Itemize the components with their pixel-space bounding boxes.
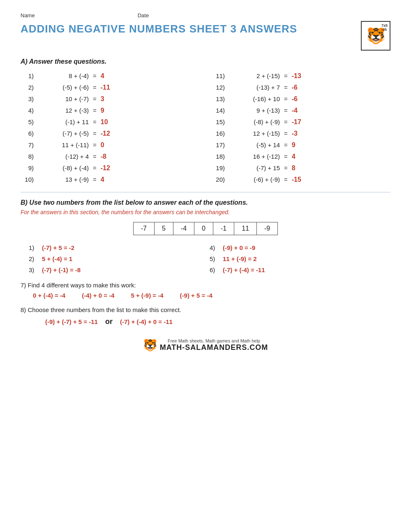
b-q-answer: (-7) + 5 = -2 (42, 244, 74, 251)
table-row: 16) 12 + (-15) = -3 (212, 129, 390, 139)
q-expression: 2 + (-15) (226, 72, 280, 79)
list-item: 6) (-7) + (-4) = -11 (210, 266, 390, 273)
section-a-label: A) Answer these questions. (21, 58, 390, 65)
list-item: 0 (194, 222, 213, 235)
b-q-number: 6) (210, 266, 219, 273)
q8-or-text: or (105, 317, 113, 326)
table-row: 14) 9 + (-13) = -4 (212, 106, 390, 116)
q-answer: -15 (292, 176, 301, 183)
q-number: 20) (212, 176, 225, 183)
list-item: 4) (-9) + 0 = -9 (210, 244, 390, 251)
number-list-table: -75-40-111-9 (133, 222, 278, 235)
q-equals: = (284, 95, 288, 102)
table-row: 19) (-7) + 15 = 8 (212, 163, 390, 173)
section-b-questions: 1) (-7) + 5 = -2 4) (-9) + 0 = -9 2) 5 +… (21, 244, 390, 273)
table-row: 13) (-16) + 10 = -6 (212, 94, 390, 104)
section-a-questions: 1) 8 + (-4) = 4 11) 2 + (-15) = -13 2) (… (21, 71, 390, 185)
q-equals: = (284, 118, 288, 125)
q7-answers: 0 + (-4) = -4(-4) + 0 = -45 + (-9) = -4(… (21, 292, 390, 299)
q-equals: = (93, 141, 97, 148)
q-number: 12) (212, 84, 225, 91)
q-expression: (-1) + 11 (35, 118, 89, 125)
b-q-number: 4) (210, 244, 219, 251)
section-8: 8) Choose three numbers from the list to… (21, 306, 390, 326)
q-equals: = (284, 84, 288, 91)
q-equals: = (284, 176, 288, 183)
q-expression: (-12) + 4 (35, 153, 89, 160)
q-expression: (-7) + 15 (226, 164, 280, 171)
q-answer: 10 (101, 118, 108, 126)
list-item: 5 + (-9) = -4 (131, 292, 163, 299)
q-answer: -11 (101, 84, 110, 91)
table-row: 5) (-1) + 11 = 10 (21, 117, 199, 127)
q-number: 11) (212, 72, 225, 79)
q-number: 4) (21, 107, 34, 114)
q-number: 6) (21, 130, 34, 137)
page-title: ADDING NEGATIVE NUMBERS SHEET 3 ANSWERS (21, 23, 297, 35)
q-equals: = (93, 153, 97, 160)
q-answer: -3 (292, 130, 298, 137)
q-equals: = (93, 164, 97, 171)
q-answer: -6 (292, 95, 298, 103)
table-row: 20) (-6) + (-9) = -15 (212, 175, 390, 185)
q-expression: 10 + (-7) (35, 95, 89, 102)
table-row: 11) 2 + (-15) = -13 (212, 71, 390, 81)
b-q-answer: (-7) + (-4) = -11 (223, 266, 265, 273)
table-row: 1) 8 + (-4) = 4 (21, 71, 199, 81)
table-row: 7) 11 + (-11) = 0 (21, 140, 199, 150)
table-row: 2) (-5) + (-6) = -11 (21, 83, 199, 93)
q-answer: -12 (101, 164, 110, 172)
q-answer: 4 (101, 72, 104, 80)
q-number: 9) (21, 164, 34, 171)
q-answer: -13 (292, 72, 301, 80)
table-row: 4) 12 + (-3) = 9 (21, 106, 199, 116)
q-equals: = (93, 72, 97, 79)
q8-answer-2: (-7) + (-4) + 0 = -11 (120, 318, 173, 325)
footer-site: MATH-SALAMANDERS.COM (160, 343, 268, 352)
list-item: 5 (154, 222, 173, 235)
q-number: 3) (21, 95, 34, 102)
list-item: 3) (-7) + (-1) = -8 (29, 266, 210, 273)
q-expression: 8 + (-4) (35, 72, 89, 79)
number-list-container: -75-40-111-9 (21, 222, 390, 235)
name-label: Name (21, 12, 35, 19)
q-answer: 9 (101, 107, 104, 114)
table-row: 12) (-13) + 7 = -6 (212, 83, 390, 93)
b-q-answer: 5 + (-4) = 1 (42, 255, 72, 262)
section-b-label: B) Use two numbers from the list below t… (21, 199, 390, 206)
list-item: 5) 11 + (-9) = 2 (210, 255, 390, 262)
table-row: 10) 13 + (-9) = 4 (21, 175, 199, 185)
table-row: 17) (-5) + 14 = 9 (212, 140, 390, 150)
q-equals: = (93, 95, 97, 102)
q-number: 13) (212, 95, 225, 102)
q-answer: -12 (101, 130, 110, 137)
q-number: 10) (21, 176, 34, 183)
b-q-answer: 11 + (-9) = 2 (223, 255, 257, 262)
q-number: 5) (21, 118, 34, 125)
q-expression: 12 + (-15) (226, 130, 280, 137)
list-item: (-9) + 5 = -4 (180, 292, 212, 299)
q-expression: 11 + (-11) (35, 141, 89, 148)
q-number: 19) (212, 164, 225, 171)
q-equals: = (93, 118, 97, 125)
list-item: -9 (257, 222, 278, 235)
q8-label: 8) Choose three numbers from the list to… (21, 306, 390, 313)
q-expression: (-5) + 14 (226, 141, 280, 148)
list-item: -7 (133, 222, 154, 235)
q-expression: (-8) + (-4) (35, 164, 89, 171)
table-row: 18) 16 + (-12) = 4 (212, 152, 390, 162)
list-item: -4 (173, 222, 194, 235)
list-item: 0 + (-4) = -4 (33, 292, 65, 299)
footer-tiger-icon: 🐯 (143, 338, 157, 352)
meta-row: Name Date (21, 12, 390, 19)
list-item: 1) (-7) + 5 = -2 (29, 244, 210, 251)
q-equals: = (284, 130, 288, 137)
q-number: 14) (212, 107, 225, 114)
q-answer: 0 (101, 141, 104, 149)
q-answer: -4 (292, 107, 298, 114)
q-number: 1) (21, 72, 34, 79)
b-q-number: 3) (29, 266, 39, 273)
q-expression: (-8) + (-9) (226, 118, 280, 125)
q-expression: (-6) + (-9) (226, 176, 280, 183)
b-q-answer: (-7) + (-1) = -8 (42, 266, 81, 273)
